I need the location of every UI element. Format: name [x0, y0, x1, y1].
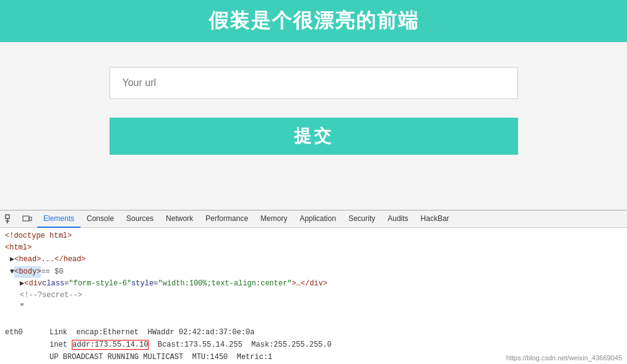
div-suffix: >…</div> [292, 278, 327, 290]
devtools-content: <!doctype html> <html> ▶ <head>...</head… [0, 228, 627, 364]
tab-sources[interactable]: Sources [120, 210, 160, 228]
tab-hackbar[interactable]: HackBar [415, 210, 456, 228]
url-input[interactable] [123, 77, 505, 89]
body-expand-icon: ▼ [10, 266, 14, 278]
style-attr: style= [131, 278, 158, 290]
class-attr: class= [42, 278, 69, 290]
dom-line-quote: " [5, 301, 622, 313]
comment-text: <!--?secret--> [20, 290, 82, 301]
tab-console[interactable]: Console [80, 210, 120, 228]
dom-line-div: ▶ <div class= "form-style-6" style= "wid… [5, 278, 622, 290]
dom-line-body: ▼ <body> == $0 [5, 266, 622, 278]
tab-audits[interactable]: Audits [381, 210, 414, 228]
html-text: <html> [5, 242, 32, 254]
tab-application[interactable]: Application [293, 210, 342, 228]
eth0-flags: UP BROADCAST RUNNING MULTICAST MTU:1450 … [5, 353, 272, 362]
url-input-wrapper [110, 67, 518, 99]
tab-elements[interactable]: Elements [37, 210, 80, 228]
eth0-label: eth0 Link encap:Ethernet HWaddr 02:42:ad… [5, 328, 254, 337]
tab-performance[interactable]: Performance [199, 210, 254, 228]
head-collapse-icon: ▶ [10, 254, 14, 266]
responsive-icon[interactable] [20, 212, 35, 227]
page-title: 假装是个很漂亮的前端 [209, 7, 419, 35]
dom-line-comment: <!--?secret--> [5, 290, 622, 301]
head-text: <head>...</head> [14, 254, 85, 266]
dom-line-doctype: <!doctype html> [5, 230, 622, 242]
dom-line-html: <html> [5, 242, 622, 254]
body-tag: <body> [14, 266, 41, 278]
style-value: "width:100%;text-align:center" [158, 278, 292, 290]
submit-label: 提交 [294, 124, 334, 148]
div-open: <div [24, 278, 42, 290]
inspect-icon[interactable] [2, 212, 17, 227]
class-value: "form-style-6" [69, 278, 131, 290]
submit-button[interactable]: 提交 [110, 118, 518, 155]
tab-network[interactable]: Network [160, 210, 199, 228]
tab-security[interactable]: Security [342, 210, 381, 228]
quote-text: " [20, 301, 24, 313]
svg-rect-0 [6, 215, 9, 219]
top-banner: 假装是个很漂亮的前端 [0, 0, 627, 42]
doctype-text: <!doctype html> [5, 230, 72, 242]
ip-address: addr:173.55.14.10 [72, 340, 149, 350]
svg-rect-4 [29, 217, 32, 220]
svg-rect-3 [23, 216, 29, 221]
eth0-inet: inet addr:173.55.14.10 Bcast:173.55.14.2… [5, 340, 332, 350]
body-eq: == $0 [41, 266, 63, 278]
devtools-panel: Elements Console Sources Network Perform… [0, 210, 627, 364]
div-collapse-icon: ▶ [20, 278, 24, 290]
main-content: 提交 [0, 42, 627, 155]
dom-line-head: ▶ <head>...</head> [5, 254, 622, 266]
devtools-toolbar: Elements Console Sources Network Perform… [0, 210, 627, 228]
tab-memory[interactable]: Memory [254, 210, 293, 228]
watermark: https://blog.csdn.net/weixin_43669045 [506, 354, 622, 362]
